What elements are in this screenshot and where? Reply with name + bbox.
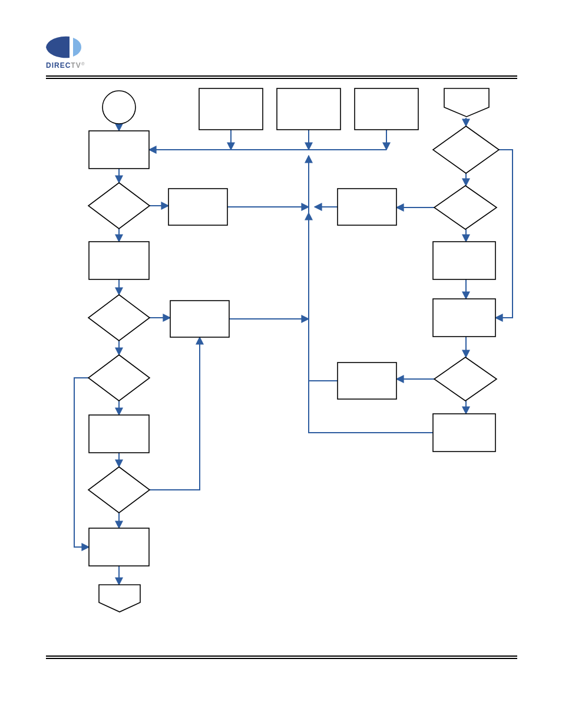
node-start	[103, 91, 135, 124]
node-connector-bottom	[99, 585, 140, 612]
node-top-proc-1	[199, 88, 263, 130]
node-dec-l7	[88, 467, 150, 513]
node-group	[88, 88, 499, 612]
node-proc-l4b	[170, 301, 229, 337]
node-dec-l1	[88, 183, 150, 229]
document-page: DIRECTV®	[0, 0, 562, 728]
edge	[495, 150, 513, 318]
directv-logo-mark	[46, 35, 82, 59]
node-proc-m1	[338, 189, 396, 225]
node-proc-r3	[433, 242, 495, 279]
node-dec-l4	[88, 295, 150, 341]
flowchart-diagram	[62, 83, 528, 625]
logo-text-direc: DIREC	[46, 61, 71, 70]
directv-logo-text: DIRECTV®	[46, 61, 85, 70]
node-proc-l2	[168, 189, 227, 225]
node-dec-r2	[434, 186, 497, 229]
edge-group	[74, 118, 513, 585]
node-proc-l6	[89, 415, 149, 453]
node-top-proc-3	[355, 88, 418, 130]
node-proc-l8	[89, 528, 149, 566]
node-dec-r5	[434, 357, 497, 401]
node-proc-r6	[433, 414, 495, 452]
footer-rule	[46, 655, 517, 659]
node-proc-m5	[338, 363, 396, 399]
header-rule	[46, 75, 517, 79]
edge	[150, 337, 200, 490]
edge	[309, 213, 338, 381]
node-proc-r4	[433, 299, 495, 337]
edge	[74, 378, 89, 547]
logo-text-tv: TV	[71, 61, 81, 70]
node-dec-r1	[433, 126, 499, 173]
node-proc-a	[89, 131, 149, 169]
node-connector-top-right	[444, 88, 489, 117]
logo-text-reg: ®	[81, 61, 85, 67]
node-dec-l5	[88, 355, 150, 401]
node-top-proc-2	[277, 88, 340, 130]
node-proc-l3	[89, 242, 149, 279]
